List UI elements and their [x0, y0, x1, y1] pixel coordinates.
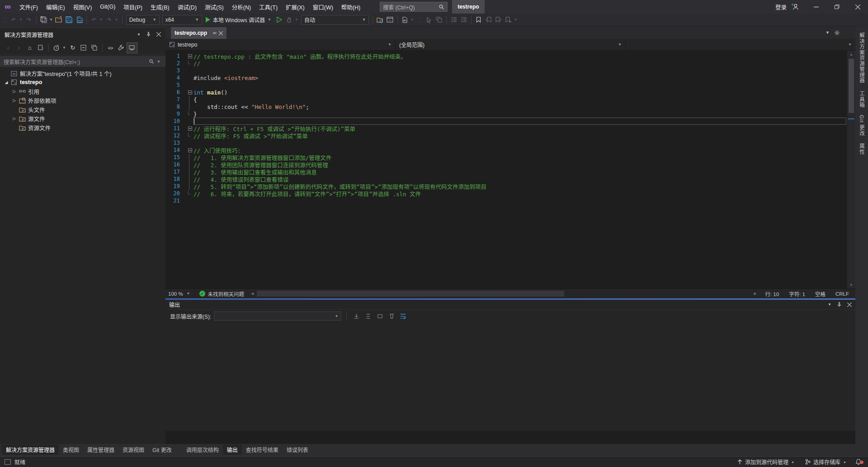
editor-options-gear-icon[interactable]: [834, 30, 840, 36]
window-position-chevron-icon[interactable]: ▼: [828, 302, 831, 307]
decrease-indent-icon[interactable]: [449, 15, 459, 25]
fold-collapse-icon[interactable]: [186, 89, 193, 96]
code-line-3[interactable]: 3: [165, 67, 846, 74]
properties-wrench-icon[interactable]: [116, 42, 127, 53]
line-ending-indicator[interactable]: CRLF: [835, 291, 849, 297]
tree-expander-icon[interactable]: ▷: [11, 89, 18, 94]
tool-tab-Git 更改[interactable]: Git 更改: [148, 444, 176, 455]
clear-all-icon[interactable]: [387, 311, 396, 321]
tree-expander-icon[interactable]: ▷: [11, 116, 18, 121]
toggle-bookmark-icon[interactable]: [474, 15, 484, 25]
pin-icon[interactable]: [146, 32, 151, 37]
navigate-back-icon[interactable]: ↶: [9, 15, 19, 25]
scroll-down-icon[interactable]: ▼: [847, 281, 855, 288]
tree-item-7[interactable]: 资源文件: [0, 123, 165, 132]
scroll-right-icon[interactable]: ▶: [751, 292, 759, 296]
start-debugging-button[interactable]: 本地 Windows 调试器 ▼: [203, 15, 274, 25]
code-line-2[interactable]: 2//: [165, 60, 846, 67]
menu-6[interactable]: 生成(B): [146, 0, 174, 14]
code-line-5[interactable]: 5: [165, 81, 846, 89]
code-line-1[interactable]: 1// testrepo.cpp : 此文件包含 "main" 函数。程序执行将…: [165, 52, 846, 60]
tool-tab-解决方案资源管理器[interactable]: 解决方案资源管理器: [2, 444, 59, 455]
tool-tab-调用层次结构[interactable]: 调用层次结构: [182, 444, 223, 455]
scroll-up-icon[interactable]: ▲: [847, 51, 855, 58]
minimize-button[interactable]: [806, 0, 826, 14]
configuration-combo[interactable]: Debug▼: [126, 15, 160, 25]
scroll-left-icon[interactable]: ◀: [249, 292, 256, 296]
collapse-all-icon[interactable]: [78, 42, 89, 53]
open-folder-icon[interactable]: [54, 15, 64, 25]
indentation-indicator[interactable]: 空格: [815, 290, 826, 297]
code-line-12[interactable]: 12// 调试程序: F5 或调试 >“开始调试”菜单: [165, 132, 846, 139]
find-in-files-icon[interactable]: [375, 15, 385, 25]
document-health-indicator[interactable]: ✓ 未找到相关问题: [195, 290, 249, 297]
menu-1[interactable]: 文件(F): [15, 0, 42, 14]
tool-tab-输出[interactable]: 输出: [223, 444, 242, 455]
menu-10[interactable]: 工具(T): [255, 0, 282, 14]
search-icon[interactable]: [149, 59, 154, 64]
sign-in-link[interactable]: 登录: [775, 3, 787, 11]
fold-collapse-icon[interactable]: [186, 52, 193, 60]
menu-13[interactable]: 帮助(H): [337, 0, 364, 14]
toolbar-grip[interactable]: ⋮⋮: [4, 15, 6, 24]
find-message-icon[interactable]: [352, 311, 361, 321]
menu-12[interactable]: 窗口(W): [309, 0, 337, 14]
tool-tab-资源视图[interactable]: 资源视图: [118, 444, 148, 455]
tab-close-icon[interactable]: [219, 31, 223, 35]
menu-3[interactable]: 视图(V): [69, 0, 96, 14]
code-line-7[interactable]: 7{: [165, 96, 846, 103]
menu-8[interactable]: 测试(S): [201, 0, 228, 14]
code-line-6[interactable]: 6int main(): [165, 89, 846, 96]
menu-2[interactable]: 编辑(E): [42, 0, 69, 14]
notifications-bell-icon[interactable]: [852, 458, 868, 465]
tab-pin-icon[interactable]: [212, 31, 217, 36]
menu-7[interactable]: 调试(D): [174, 0, 201, 14]
caret-line-indicator[interactable]: 行: 10: [765, 290, 779, 297]
close-button[interactable]: [847, 0, 868, 14]
start-without-debugging-icon[interactable]: [274, 15, 284, 25]
performance-profiler-icon[interactable]: [400, 15, 410, 25]
undo-icon[interactable]: ↶: [89, 15, 99, 25]
document-tab[interactable]: testrepo.cpp: [171, 27, 226, 39]
tree-item-3[interactable]: ▷引用: [0, 87, 165, 96]
tree-expander-icon[interactable]: ◢: [3, 80, 10, 85]
code-editor[interactable]: 1// testrepo.cpp : 此文件包含 "main" 函数。程序执行将…: [165, 51, 855, 288]
save-all-icon[interactable]: [74, 15, 84, 25]
solution-explorer-search-box[interactable]: 搜索解决方案资源管理器(Ctrl+;) ▼: [0, 56, 165, 67]
tree-expander-icon[interactable]: ▷: [11, 98, 18, 103]
window-layout-icon[interactable]: [385, 15, 395, 25]
menu-5[interactable]: 项目(P): [119, 0, 146, 14]
view-code-icon[interactable]: <>: [105, 42, 116, 53]
next-bookmark-icon[interactable]: [494, 15, 504, 25]
add-to-source-control-button[interactable]: 添加到源代码管理 ▲: [732, 457, 800, 467]
tree-item-5[interactable]: 头文件: [0, 105, 165, 114]
menu-11[interactable]: 扩展(X): [282, 0, 309, 14]
horizontal-scrollbar[interactable]: ◀ ▶: [249, 289, 759, 298]
toolbar-grip[interactable]: ⋮⋮: [419, 15, 421, 24]
fold-collapse-icon[interactable]: [186, 146, 193, 154]
select-repository-button[interactable]: 选择存储库 ▲: [800, 457, 852, 467]
user-account-icon[interactable]: [791, 3, 799, 10]
home-icon[interactable]: ⌂: [24, 42, 35, 53]
vertical-scrollbar[interactable]: ▲ ▼: [847, 51, 855, 288]
selection-cursor-icon[interactable]: [424, 15, 434, 25]
code-line-9[interactable]: 9}: [165, 110, 846, 118]
tree-item-4[interactable]: ▷外部依赖项: [0, 96, 165, 105]
preview-selected-items-icon[interactable]: [127, 42, 137, 53]
close-panel-icon[interactable]: [156, 32, 161, 37]
output-content[interactable]: [165, 322, 855, 431]
se-back-icon[interactable]: ‹: [3, 42, 14, 53]
tool-tab-错误列表[interactable]: 错误列表: [283, 444, 312, 455]
previous-message-icon[interactable]: [363, 311, 373, 321]
code-line-21[interactable]: 21: [165, 197, 846, 204]
search-icon[interactable]: [439, 4, 444, 10]
autohide-tab-工具箱[interactable]: 工具箱: [858, 91, 865, 108]
scope-dropdown[interactable]: (全局范围) ▼: [396, 39, 626, 50]
code-line-13[interactable]: 13: [165, 139, 846, 146]
save-icon[interactable]: [64, 15, 74, 25]
tool-tab-属性管理器[interactable]: 属性管理器: [83, 444, 118, 455]
fold-collapse-icon[interactable]: [186, 125, 193, 132]
project-dropdown[interactable]: testrepo ▼: [165, 39, 396, 50]
background-tasks-icon[interactable]: [5, 459, 11, 465]
hot-reload-icon[interactable]: [284, 15, 294, 25]
